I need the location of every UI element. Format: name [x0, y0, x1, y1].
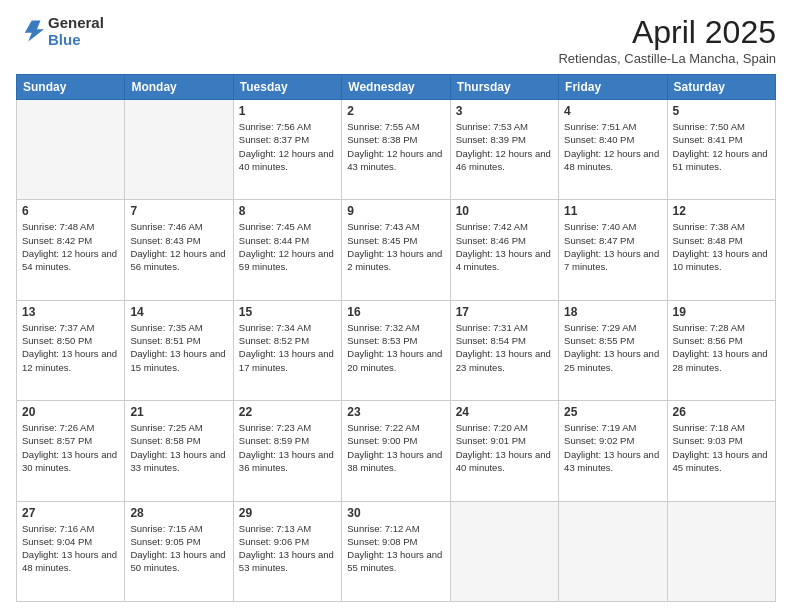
header: General Blue April 2025 Retiendas, Casti… — [16, 14, 776, 66]
day-number: 13 — [22, 305, 119, 319]
calendar-cell: 2Sunrise: 7:55 AMSunset: 8:38 PMDaylight… — [342, 100, 450, 200]
day-info: Sunrise: 7:43 AMSunset: 8:45 PMDaylight:… — [347, 220, 444, 273]
day-info: Sunrise: 7:48 AMSunset: 8:42 PMDaylight:… — [22, 220, 119, 273]
day-number: 16 — [347, 305, 444, 319]
day-info: Sunrise: 7:12 AMSunset: 9:08 PMDaylight:… — [347, 522, 444, 575]
day-info: Sunrise: 7:45 AMSunset: 8:44 PMDaylight:… — [239, 220, 336, 273]
day-number: 19 — [673, 305, 770, 319]
day-number: 27 — [22, 506, 119, 520]
day-number: 20 — [22, 405, 119, 419]
calendar-cell: 16Sunrise: 7:32 AMSunset: 8:53 PMDayligh… — [342, 300, 450, 400]
day-header-wednesday: Wednesday — [342, 75, 450, 100]
day-number: 22 — [239, 405, 336, 419]
day-info: Sunrise: 7:40 AMSunset: 8:47 PMDaylight:… — [564, 220, 661, 273]
day-info: Sunrise: 7:51 AMSunset: 8:40 PMDaylight:… — [564, 120, 661, 173]
page: General Blue April 2025 Retiendas, Casti… — [0, 0, 792, 612]
week-row-0: 1Sunrise: 7:56 AMSunset: 8:37 PMDaylight… — [17, 100, 776, 200]
calendar-cell: 8Sunrise: 7:45 AMSunset: 8:44 PMDaylight… — [233, 200, 341, 300]
calendar-cell — [559, 501, 667, 601]
calendar-cell: 24Sunrise: 7:20 AMSunset: 9:01 PMDayligh… — [450, 401, 558, 501]
day-number: 25 — [564, 405, 661, 419]
day-info: Sunrise: 7:42 AMSunset: 8:46 PMDaylight:… — [456, 220, 553, 273]
day-number: 26 — [673, 405, 770, 419]
day-info: Sunrise: 7:53 AMSunset: 8:39 PMDaylight:… — [456, 120, 553, 173]
calendar-cell: 10Sunrise: 7:42 AMSunset: 8:46 PMDayligh… — [450, 200, 558, 300]
day-number: 29 — [239, 506, 336, 520]
day-header-friday: Friday — [559, 75, 667, 100]
week-row-3: 20Sunrise: 7:26 AMSunset: 8:57 PMDayligh… — [17, 401, 776, 501]
week-row-2: 13Sunrise: 7:37 AMSunset: 8:50 PMDayligh… — [17, 300, 776, 400]
calendar-cell: 29Sunrise: 7:13 AMSunset: 9:06 PMDayligh… — [233, 501, 341, 601]
calendar-cell: 17Sunrise: 7:31 AMSunset: 8:54 PMDayligh… — [450, 300, 558, 400]
day-number: 24 — [456, 405, 553, 419]
day-number: 5 — [673, 104, 770, 118]
calendar-cell: 11Sunrise: 7:40 AMSunset: 8:47 PMDayligh… — [559, 200, 667, 300]
day-number: 17 — [456, 305, 553, 319]
day-number: 9 — [347, 204, 444, 218]
day-number: 10 — [456, 204, 553, 218]
day-number: 11 — [564, 204, 661, 218]
day-info: Sunrise: 7:15 AMSunset: 9:05 PMDaylight:… — [130, 522, 227, 575]
day-info: Sunrise: 7:31 AMSunset: 8:54 PMDaylight:… — [456, 321, 553, 374]
calendar-header: SundayMondayTuesdayWednesdayThursdayFrid… — [17, 75, 776, 100]
logo: General Blue — [16, 14, 104, 48]
calendar-cell: 3Sunrise: 7:53 AMSunset: 8:39 PMDaylight… — [450, 100, 558, 200]
day-number: 1 — [239, 104, 336, 118]
day-number: 30 — [347, 506, 444, 520]
calendar-cell: 4Sunrise: 7:51 AMSunset: 8:40 PMDaylight… — [559, 100, 667, 200]
day-number: 2 — [347, 104, 444, 118]
day-info: Sunrise: 7:37 AMSunset: 8:50 PMDaylight:… — [22, 321, 119, 374]
day-info: Sunrise: 7:38 AMSunset: 8:48 PMDaylight:… — [673, 220, 770, 273]
day-info: Sunrise: 7:13 AMSunset: 9:06 PMDaylight:… — [239, 522, 336, 575]
calendar-cell: 30Sunrise: 7:12 AMSunset: 9:08 PMDayligh… — [342, 501, 450, 601]
day-number: 21 — [130, 405, 227, 419]
day-info: Sunrise: 7:19 AMSunset: 9:02 PMDaylight:… — [564, 421, 661, 474]
calendar-cell — [667, 501, 775, 601]
calendar-cell: 13Sunrise: 7:37 AMSunset: 8:50 PMDayligh… — [17, 300, 125, 400]
month-title: April 2025 — [558, 14, 776, 51]
calendar-cell: 7Sunrise: 7:46 AMSunset: 8:43 PMDaylight… — [125, 200, 233, 300]
calendar-cell: 22Sunrise: 7:23 AMSunset: 8:59 PMDayligh… — [233, 401, 341, 501]
day-info: Sunrise: 7:29 AMSunset: 8:55 PMDaylight:… — [564, 321, 661, 374]
day-number: 8 — [239, 204, 336, 218]
logo-text: General Blue — [48, 14, 104, 48]
day-number: 12 — [673, 204, 770, 218]
calendar-cell: 23Sunrise: 7:22 AMSunset: 9:00 PMDayligh… — [342, 401, 450, 501]
logo-icon — [16, 17, 44, 45]
calendar-cell: 27Sunrise: 7:16 AMSunset: 9:04 PMDayligh… — [17, 501, 125, 601]
day-info: Sunrise: 7:18 AMSunset: 9:03 PMDaylight:… — [673, 421, 770, 474]
day-info: Sunrise: 7:55 AMSunset: 8:38 PMDaylight:… — [347, 120, 444, 173]
day-header-monday: Monday — [125, 75, 233, 100]
day-info: Sunrise: 7:26 AMSunset: 8:57 PMDaylight:… — [22, 421, 119, 474]
day-info: Sunrise: 7:16 AMSunset: 9:04 PMDaylight:… — [22, 522, 119, 575]
day-info: Sunrise: 7:22 AMSunset: 9:00 PMDaylight:… — [347, 421, 444, 474]
day-number: 23 — [347, 405, 444, 419]
svg-marker-0 — [25, 21, 44, 42]
day-info: Sunrise: 7:56 AMSunset: 8:37 PMDaylight:… — [239, 120, 336, 173]
day-info: Sunrise: 7:34 AMSunset: 8:52 PMDaylight:… — [239, 321, 336, 374]
calendar-cell — [450, 501, 558, 601]
calendar-cell: 28Sunrise: 7:15 AMSunset: 9:05 PMDayligh… — [125, 501, 233, 601]
day-number: 14 — [130, 305, 227, 319]
day-info: Sunrise: 7:46 AMSunset: 8:43 PMDaylight:… — [130, 220, 227, 273]
day-info: Sunrise: 7:25 AMSunset: 8:58 PMDaylight:… — [130, 421, 227, 474]
days-of-week-row: SundayMondayTuesdayWednesdayThursdayFrid… — [17, 75, 776, 100]
calendar-cell: 1Sunrise: 7:56 AMSunset: 8:37 PMDaylight… — [233, 100, 341, 200]
day-info: Sunrise: 7:35 AMSunset: 8:51 PMDaylight:… — [130, 321, 227, 374]
calendar-cell: 12Sunrise: 7:38 AMSunset: 8:48 PMDayligh… — [667, 200, 775, 300]
day-info: Sunrise: 7:20 AMSunset: 9:01 PMDaylight:… — [456, 421, 553, 474]
calendar-cell: 9Sunrise: 7:43 AMSunset: 8:45 PMDaylight… — [342, 200, 450, 300]
title-block: April 2025 Retiendas, Castille-La Mancha… — [558, 14, 776, 66]
calendar-cell: 19Sunrise: 7:28 AMSunset: 8:56 PMDayligh… — [667, 300, 775, 400]
calendar-cell: 15Sunrise: 7:34 AMSunset: 8:52 PMDayligh… — [233, 300, 341, 400]
calendar-cell — [17, 100, 125, 200]
day-number: 15 — [239, 305, 336, 319]
calendar-cell — [125, 100, 233, 200]
week-row-1: 6Sunrise: 7:48 AMSunset: 8:42 PMDaylight… — [17, 200, 776, 300]
week-row-4: 27Sunrise: 7:16 AMSunset: 9:04 PMDayligh… — [17, 501, 776, 601]
location-subtitle: Retiendas, Castille-La Mancha, Spain — [558, 51, 776, 66]
calendar-cell: 6Sunrise: 7:48 AMSunset: 8:42 PMDaylight… — [17, 200, 125, 300]
day-number: 6 — [22, 204, 119, 218]
day-header-sunday: Sunday — [17, 75, 125, 100]
day-number: 3 — [456, 104, 553, 118]
